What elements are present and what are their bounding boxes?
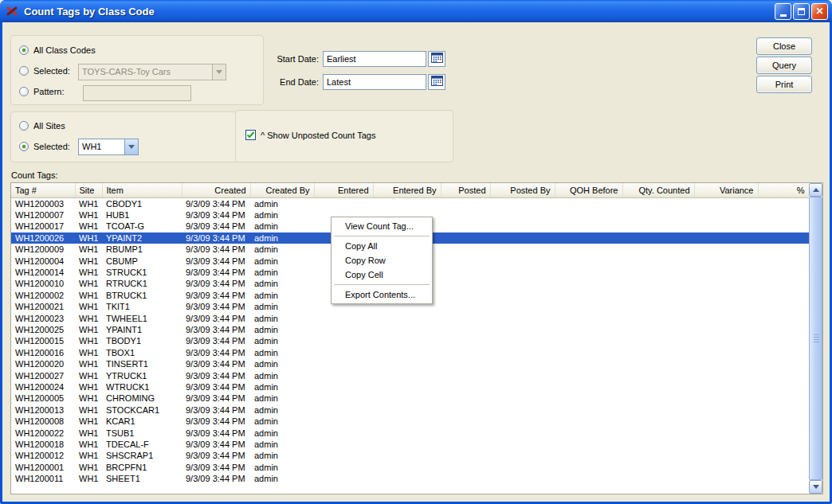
end-date-calendar-button[interactable] [428,74,445,90]
table-row[interactable]: WH1200025WH1YPAINT19/3/09 3:44 PMadmin [11,324,809,335]
start-date-calendar-button[interactable] [428,51,445,67]
cell [373,370,441,381]
arrow-down-icon [813,485,819,489]
column-header[interactable]: QOH Before [555,183,622,197]
cell [490,324,555,335]
menu-item[interactable]: Copy All [332,239,431,253]
table-row[interactable]: WH1200027WH1YTRUCK19/3/09 3:44 PMadmin [11,370,809,381]
table-row[interactable]: WH1200015WH1TBODY19/3/09 3:44 PMadmin [11,335,809,346]
column-header[interactable]: Posted By [490,183,555,197]
menu-item[interactable]: Copy Row [332,253,431,268]
table-row[interactable]: WH1200024WH1WTRUCK19/3/09 3:44 PMadmin [11,381,809,393]
selected-site-radio[interactable] [19,142,29,151]
cell [490,428,555,439]
scrollbar-thumb[interactable] [809,197,822,480]
cell: WH1 [75,381,102,393]
cell: admin [250,416,314,427]
all-class-codes-radio[interactable] [19,45,29,55]
cell [694,267,758,278]
cell [490,256,555,267]
site-combobox[interactable]: WH1 [78,139,139,155]
pattern-option[interactable]: Pattern: [19,87,65,96]
cell: TKIT1 [102,301,182,312]
cell [490,209,555,221]
table-row[interactable]: WH1200005WH1CHROMING9/3/09 3:44 PMadmin [11,393,809,404]
table-row[interactable]: WH1200011WH1SHEET19/3/09 3:44 PMadmin [11,473,809,484]
table-row[interactable]: WH1200003WH1CBODY19/3/09 3:44 PMadmin [11,197,809,209]
table-row[interactable]: WH1200008WH1KCAR19/3/09 3:44 PMadmin [11,416,809,427]
cell: admin [250,370,314,381]
menu-item[interactable]: View Count Tag... [332,219,431,233]
table-row[interactable]: WH1200023WH1TWHEEL19/3/09 3:44 PMadmin [11,313,809,324]
table-row[interactable]: WH1200018WH1TDECAL-F9/3/09 3:44 PMadmin [11,439,809,450]
query-button[interactable]: Query [756,57,812,74]
selected-class-code-radio[interactable] [19,66,29,76]
vertical-scrollbar[interactable] [809,183,822,494]
cell: 9/3/09 3:44 PM [182,209,250,221]
table-row[interactable]: WH1200016WH1TBOX19/3/09 3:44 PMadmin [11,347,809,358]
count-tags-caption: Count Tags: [11,170,58,180]
cell [314,335,373,346]
table-row[interactable]: WH1200013WH1STOCKCAR19/3/09 3:44 PMadmin [11,404,809,416]
cell [622,267,694,278]
table-row[interactable]: WH1200022WH1TSUB19/3/09 3:44 PMadmin [11,428,809,439]
column-header[interactable]: Site [75,183,102,197]
cell: TWHEEL1 [102,313,182,324]
cell: WH1 [75,324,102,335]
cell: WH1200007 [11,209,75,221]
cell: 9/3/09 3:44 PM [182,358,250,369]
all-sites-option[interactable]: All Sites [19,121,65,131]
column-header[interactable]: Created By [250,183,314,197]
cell [555,209,622,221]
selected-site-option[interactable]: Selected: [19,142,70,151]
maximize-button[interactable] [793,3,810,20]
close-window-button[interactable]: ✕ [811,3,828,20]
show-unposted-checkbox[interactable] [245,130,256,140]
cell [694,358,758,369]
table-row[interactable]: WH1200020WH1TINSERT19/3/09 3:44 PMadmin [11,358,809,369]
minimize-button[interactable] [775,3,791,20]
scroll-up-button[interactable] [809,183,822,197]
cell [758,244,809,255]
table-row[interactable]: WH1200001WH1BRCPFN19/3/09 3:44 PMadmin [11,462,809,473]
column-header[interactable]: Item [102,183,182,197]
menu-item[interactable]: Export Contents... [332,287,431,302]
column-header[interactable]: Posted [441,183,490,197]
print-button[interactable]: Print [756,76,812,93]
column-header[interactable]: Tag # [11,183,75,197]
table-row[interactable]: WH1200012WH1SHSCRAP19/3/09 3:44 PMadmin [11,450,809,461]
cell: WH1 [75,209,102,221]
cell [441,370,490,381]
column-header[interactable]: Created [182,183,250,197]
arrow-up-icon [813,188,819,192]
menu-item[interactable]: Copy Cell [332,268,431,282]
close-button[interactable]: Close [756,37,812,55]
end-date-input[interactable] [323,74,426,90]
selected-class-code-option[interactable]: Selected: [19,66,70,76]
column-header[interactable]: Qty. Counted [622,183,694,197]
pattern-radio[interactable] [19,87,29,96]
cell: WH1 [75,221,102,232]
cell [622,358,694,369]
column-header[interactable]: Variance [694,183,758,197]
cell [758,358,809,369]
all-sites-radio[interactable] [19,121,29,131]
all-class-codes-option[interactable]: All Class Codes [19,45,96,55]
column-header[interactable]: Entered [314,183,373,197]
column-header[interactable]: Entered By [373,183,441,197]
show-unposted-option[interactable]: ^ Show Unposted Count Tags [245,130,375,140]
cell: admin [250,450,314,461]
cell [758,439,809,450]
cell [758,278,809,289]
all-class-codes-label: All Class Codes [33,45,96,55]
start-date-input[interactable] [323,51,426,67]
cell [441,267,490,278]
cell [555,221,622,232]
cell [758,335,809,346]
cell [758,197,809,209]
cell: SHSCRAP1 [102,450,182,461]
cell: WH1200015 [11,335,75,346]
scroll-down-button[interactable] [809,480,822,494]
cell [490,232,555,244]
column-header[interactable]: % [758,183,809,197]
